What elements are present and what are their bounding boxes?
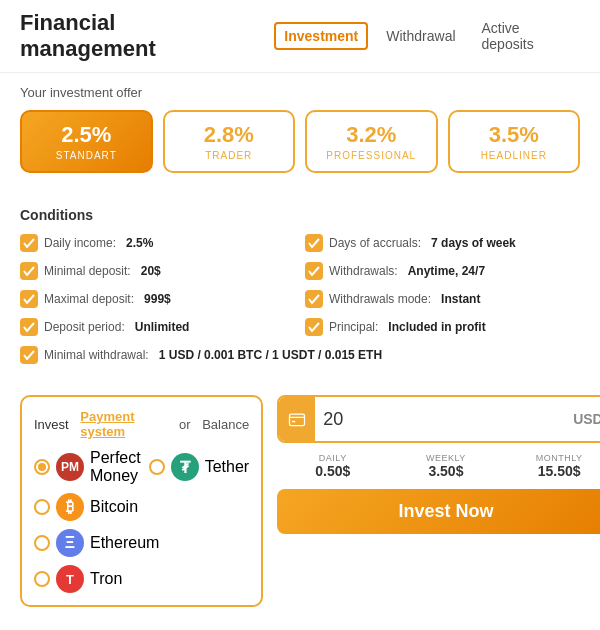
check-icon-principal: [305, 318, 323, 336]
plan-headliner[interactable]: 3.5% HEADLINER: [448, 110, 581, 173]
plan-professional-rate: 3.2%: [346, 122, 396, 148]
tron-icon: T: [56, 565, 84, 593]
payment-tron[interactable]: T Tron: [34, 565, 249, 593]
payment-bitcoin[interactable]: ₿ Bitcoin: [34, 493, 249, 521]
plans-title: Your investment offer: [20, 85, 580, 100]
tab-active-deposits[interactable]: Active deposits: [474, 16, 580, 56]
invest-label: Invest: [34, 417, 69, 432]
monthly-value: 15.50$: [504, 463, 600, 479]
bitcoin-label: Bitcoin: [90, 498, 138, 516]
page: Financial management Investment Withdraw…: [0, 0, 600, 630]
ethereum-icon: Ξ: [56, 529, 84, 557]
weekly-return-col: WEEKLY 3.50$: [390, 453, 501, 479]
tether-icon: ₮: [171, 453, 199, 481]
radio-perfect-money[interactable]: [34, 459, 50, 475]
plan-professional-name: PROFESSIONAL: [326, 150, 416, 161]
plan-trader-name: TRADER: [205, 150, 252, 161]
payment-or: or: [179, 417, 191, 432]
plan-standart[interactable]: 2.5% STANDART: [20, 110, 153, 173]
conditions-title: Conditions: [20, 207, 580, 223]
plan-standart-rate: 2.5%: [61, 122, 111, 148]
plan-headliner-name: HEADLINER: [481, 150, 547, 161]
payment-ethereum[interactable]: Ξ Ethereum: [34, 529, 249, 557]
monthly-label: MONTHLY: [504, 453, 600, 463]
daily-label: DAILY: [277, 453, 388, 463]
radio-ethereum[interactable]: [34, 535, 50, 551]
weekly-label: WEEKLY: [390, 453, 501, 463]
returns-grid: DAILY 0.50$ WEEKLY 3.50$ MONTHLY 15.50$: [277, 453, 600, 479]
check-icon-withdrawal-mode: [305, 290, 323, 308]
daily-return-col: DAILY 0.50$: [277, 453, 388, 479]
right-panel: USD DAILY 0.50$ WEEKLY 3.50$ MONTHLY 15.…: [277, 395, 600, 607]
check-icon-daily: [20, 234, 38, 252]
weekly-value: 3.50$: [390, 463, 501, 479]
page-title: Financial management: [20, 10, 254, 62]
check-icon-deposit-period: [20, 318, 38, 336]
tab-withdrawal[interactable]: Withdrawal: [378, 24, 463, 48]
payment-perfect-money[interactable]: PM Perfect Money: [34, 449, 141, 485]
condition-deposit-period: Deposit period: Unlimited: [20, 315, 295, 339]
condition-days-accruals: Days of accruals: 7 days of week: [305, 231, 580, 255]
pm-icon: PM: [56, 453, 84, 481]
payment-row-1: PM Perfect Money ₮ Tether: [34, 449, 249, 485]
daily-value: 0.50$: [277, 463, 388, 479]
payment-header: Invest Payment system or Balance: [34, 409, 249, 439]
invest-now-button[interactable]: Invest Now: [277, 489, 600, 534]
plans-section: Your investment offer 2.5% STANDART 2.8%…: [0, 73, 600, 195]
svg-rect-0: [290, 414, 305, 426]
bottom-section: Invest Payment system or Balance PM Perf…: [0, 385, 600, 623]
condition-min-deposit: Minimal deposit: 20$: [20, 259, 295, 283]
condition-withdrawals: Withdrawals: Anytime, 24/7: [305, 259, 580, 283]
amount-field[interactable]: [315, 401, 563, 438]
check-icon-days: [305, 234, 323, 252]
payment-box: Invest Payment system or Balance PM Perf…: [20, 395, 263, 607]
plan-trader[interactable]: 2.8% TRADER: [163, 110, 296, 173]
check-icon-min-withdrawal: [20, 346, 38, 364]
payment-balance[interactable]: Balance: [202, 417, 249, 432]
plan-headliner-rate: 3.5%: [489, 122, 539, 148]
payment-system-link[interactable]: Payment system: [80, 409, 167, 439]
plan-professional[interactable]: 3.2% PROFESSIONAL: [305, 110, 438, 173]
check-icon-max-deposit: [20, 290, 38, 308]
tron-label: Tron: [90, 570, 122, 588]
conditions-section: Conditions Daily income: 2.5% Days of ac…: [0, 195, 600, 385]
monthly-return-col: MONTHLY 15.50$: [504, 453, 600, 479]
conditions-grid: Daily income: 2.5% Days of accruals: 7 d…: [20, 231, 580, 367]
condition-max-deposit: Maximal deposit: 999$: [20, 287, 295, 311]
ethereum-label: Ethereum: [90, 534, 159, 552]
plan-standart-name: STANDART: [56, 150, 117, 161]
tabs: Investment Withdrawal Active deposits: [274, 16, 580, 56]
bitcoin-icon: ₿: [56, 493, 84, 521]
currency-label: USD: [563, 411, 600, 427]
condition-daily-income: Daily income: 2.5%: [20, 231, 295, 255]
payment-tether[interactable]: ₮ Tether: [149, 449, 249, 485]
header: Financial management Investment Withdraw…: [0, 0, 600, 73]
svg-rect-1: [292, 421, 295, 423]
plan-trader-rate: 2.8%: [204, 122, 254, 148]
check-icon-min-deposit: [20, 262, 38, 280]
radio-tether[interactable]: [149, 459, 165, 475]
pm-label: Perfect Money: [90, 449, 141, 485]
payment-methods-list: PM Perfect Money ₮ Tether ₿ Bitcoin: [34, 449, 249, 593]
condition-principal: Principal: Included in profit: [305, 315, 580, 339]
plans-list: 2.5% STANDART 2.8% TRADER 3.2% PROFESSIO…: [20, 110, 580, 173]
radio-bitcoin[interactable]: [34, 499, 50, 515]
tab-investment[interactable]: Investment: [274, 22, 368, 50]
tether-label: Tether: [205, 458, 249, 476]
condition-min-withdrawal: Minimal withdrawal: 1 USD / 0.001 BTC / …: [20, 343, 580, 367]
amount-input-box: USD: [277, 395, 600, 443]
amount-icon: [279, 397, 315, 441]
check-icon-withdrawals: [305, 262, 323, 280]
radio-tron[interactable]: [34, 571, 50, 587]
radio-inner: [38, 463, 46, 471]
condition-withdrawal-mode: Withdrawals mode: Instant: [305, 287, 580, 311]
